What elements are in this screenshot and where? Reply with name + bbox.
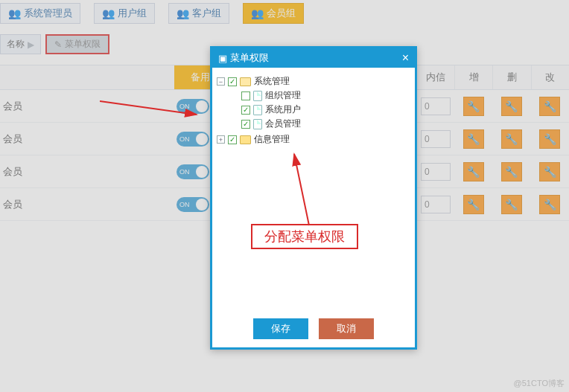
wrench-icon: 🔧 (467, 166, 480, 178)
msg-count-input[interactable] (421, 97, 451, 115)
header-internal-msg: 内信 (417, 65, 454, 89)
users-icon: 👥 (177, 7, 189, 19)
folder-open-icon (240, 77, 251, 86)
add-button[interactable]: 🔧 (463, 97, 484, 116)
toggle-switch[interactable]: ON (177, 132, 209, 147)
users-icon: 👥 (8, 7, 21, 19)
wrench-icon: 🔧 (505, 133, 518, 145)
msg-count-input[interactable] (421, 163, 451, 181)
annotation-label: 分配菜单权限 (251, 224, 358, 249)
modify-button[interactable]: 🔧 (539, 195, 560, 214)
toggle-switch[interactable]: ON (177, 99, 209, 114)
tree-node-member-management[interactable]: ✓ 会员管理 (230, 118, 410, 130)
add-button[interactable]: 🔧 (463, 195, 484, 214)
pencil-icon: ✎ (54, 39, 62, 50)
file-icon (253, 91, 262, 101)
tree-node-info-management[interactable]: + ✓ 信息管理 (217, 133, 410, 146)
tree-node-system-user[interactable]: ✓ 系统用户 (230, 103, 410, 116)
tree-node-org-management[interactable]: 组织管理 (230, 89, 410, 102)
expand-icon[interactable]: + (217, 135, 225, 144)
tab-user-group[interactable]: 👥用户组 (94, 3, 155, 24)
modify-button[interactable]: 🔧 (539, 162, 560, 181)
delete-button[interactable]: 🔧 (501, 195, 522, 214)
header-add: 增 (454, 65, 492, 89)
checkbox[interactable]: ✓ (228, 77, 237, 86)
delete-button[interactable]: 🔧 (501, 129, 522, 149)
wrench-icon: 🔧 (544, 100, 556, 112)
menu-permission-button[interactable]: ✎菜单权限 (45, 34, 109, 54)
window-icon: ▣ (218, 53, 227, 64)
delete-button[interactable]: 🔧 (501, 97, 522, 116)
header-delete: 删 (492, 65, 530, 89)
msg-count-input[interactable] (421, 130, 451, 148)
wrench-icon: 🔧 (544, 199, 556, 211)
wrench-icon: 🔧 (467, 199, 480, 211)
toggle-switch[interactable]: ON (177, 197, 209, 212)
wrench-icon: 🔧 (505, 199, 518, 211)
dialog-titlebar[interactable]: ▣ 菜单权限 × (212, 48, 415, 68)
users-icon: 👥 (102, 7, 115, 19)
delete-button[interactable]: 🔧 (501, 162, 522, 181)
wrench-icon: 🔧 (467, 100, 480, 112)
tab-member-group[interactable]: 👥会员组 (243, 3, 304, 24)
annotation-arrow-icon (287, 151, 331, 233)
tree-node-system-management[interactable]: − ✓ 系统管理 (217, 75, 410, 88)
checkbox[interactable]: ✓ (241, 120, 250, 129)
dialog-title: 菜单权限 (230, 51, 269, 65)
svg-line-1 (294, 154, 309, 225)
breadcrumb-name: 名称▶ (0, 34, 41, 54)
checkbox[interactable] (241, 91, 250, 100)
close-icon[interactable]: × (402, 51, 409, 65)
save-button[interactable]: 保存 (253, 318, 308, 339)
cancel-button[interactable]: 取消 (319, 318, 374, 339)
folder-icon (240, 135, 251, 144)
file-icon (253, 105, 262, 115)
checkbox[interactable]: ✓ (241, 106, 250, 115)
wrench-icon: 🔧 (505, 166, 518, 178)
watermark: @51CTO博客 (514, 378, 565, 389)
header-backup: 备用 (174, 65, 212, 89)
checkbox[interactable]: ✓ (228, 135, 237, 144)
file-icon (253, 119, 262, 129)
add-button[interactable]: 🔧 (463, 129, 484, 149)
msg-count-input[interactable] (421, 196, 451, 213)
header-modify: 改 (531, 65, 569, 89)
wrench-icon: 🔧 (467, 133, 480, 145)
tab-sys-admin[interactable]: 👥系统管理员 (0, 3, 80, 24)
collapse-icon[interactable]: − (217, 77, 225, 86)
wrench-icon: 🔧 (505, 100, 518, 112)
modify-button[interactable]: 🔧 (539, 129, 560, 149)
toggle-switch[interactable]: ON (177, 164, 209, 179)
group-tabs: 👥系统管理员 👥用户组 👥客户组 👥会员组 (0, 0, 569, 27)
tab-customer-group[interactable]: 👥客户组 (168, 3, 229, 24)
users-icon: 👥 (251, 7, 264, 19)
menu-permission-dialog: ▣ 菜单权限 × − ✓ 系统管理 (210, 46, 417, 350)
permission-tree: − ✓ 系统管理 组织管理 (217, 75, 410, 146)
add-button[interactable]: 🔧 (463, 162, 484, 181)
wrench-icon: 🔧 (544, 166, 556, 178)
wrench-icon: 🔧 (544, 133, 556, 145)
chevron-right-icon: ▶ (28, 39, 34, 50)
modify-button[interactable]: 🔧 (539, 97, 560, 116)
